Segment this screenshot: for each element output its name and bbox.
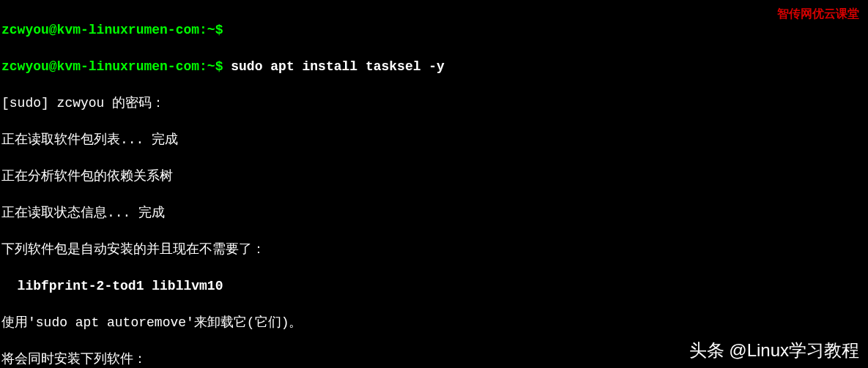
terminal-output[interactable]: zcwyou@kvm-linuxrumen-com:~$ zcwyou@kvm-… [1,3,867,368]
output-line: 正在读取软件包列表... 完成 [1,131,867,149]
command-input: sudo apt install tasksel -y [231,59,445,74]
output-line: [sudo] zcwyou 的密码： [1,94,867,113]
watermark-top: 智传网优云课堂 [777,4,859,23]
shell-prompt: zcwyou@kvm-linuxrumen-com:~$ [1,23,223,37]
output-line: 使用'sudo apt autoremove'来卸载它(它们)。 [1,314,867,332]
output-line: 正在分析软件包的依赖关系树 [1,168,867,186]
output-line: 下列软件包是自动安装的并且现在不需要了： [1,241,867,259]
watermark-bottom: 头条 @Linux学习教程 [689,341,859,359]
output-line: libfprint-2-tod1 libllvm10 [1,277,867,296]
shell-prompt: zcwyou@kvm-linuxrumen-com:~$ [1,59,231,74]
output-line: 正在读取状态信息... 完成 [1,204,867,222]
